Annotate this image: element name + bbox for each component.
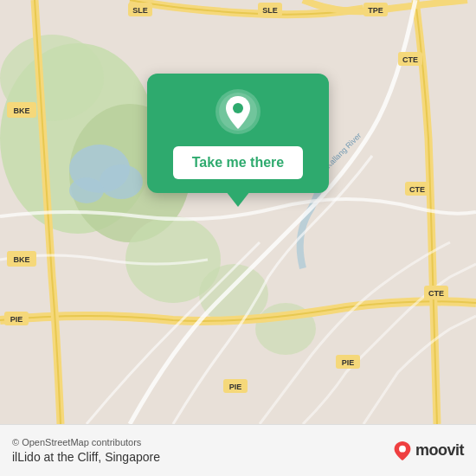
attribution-text: © OpenStreetMap contributors bbox=[12, 437, 160, 447]
place-name: ilLido at the Cliff, Singapore bbox=[12, 450, 160, 464]
popup-card: Take me there bbox=[147, 74, 329, 193]
moovit-brand-text: moovit bbox=[415, 441, 464, 460]
svg-text:CTE: CTE bbox=[402, 55, 418, 64]
svg-text:SLE: SLE bbox=[262, 6, 278, 15]
bottom-left: © OpenStreetMap contributors ilLido at t… bbox=[12, 437, 160, 464]
svg-text:BKE: BKE bbox=[13, 255, 29, 264]
svg-point-9 bbox=[69, 177, 104, 203]
svg-text:BKE: BKE bbox=[13, 106, 29, 115]
svg-point-36 bbox=[399, 445, 406, 452]
moovit-pin-icon bbox=[393, 441, 412, 460]
map-area: BKE BKE PIE PIE PIE SLE SLE TPE CTE bbox=[0, 0, 476, 424]
svg-text:PIE: PIE bbox=[342, 358, 355, 367]
app: BKE BKE PIE PIE PIE SLE SLE TPE CTE bbox=[0, 0, 476, 476]
bottom-bar: © OpenStreetMap contributors ilLido at t… bbox=[0, 424, 476, 476]
svg-text:SLE: SLE bbox=[132, 6, 148, 15]
svg-text:TPE: TPE bbox=[368, 6, 383, 15]
take-me-there-button[interactable]: Take me there bbox=[173, 146, 303, 179]
svg-text:PIE: PIE bbox=[229, 383, 242, 391]
svg-text:CTE: CTE bbox=[428, 289, 444, 298]
svg-point-8 bbox=[100, 164, 143, 199]
svg-text:PIE: PIE bbox=[10, 315, 23, 324]
location-pin-icon bbox=[215, 89, 261, 134]
svg-text:CTE: CTE bbox=[409, 185, 425, 194]
moovit-logo: moovit bbox=[393, 441, 464, 460]
svg-point-35 bbox=[233, 103, 243, 113]
